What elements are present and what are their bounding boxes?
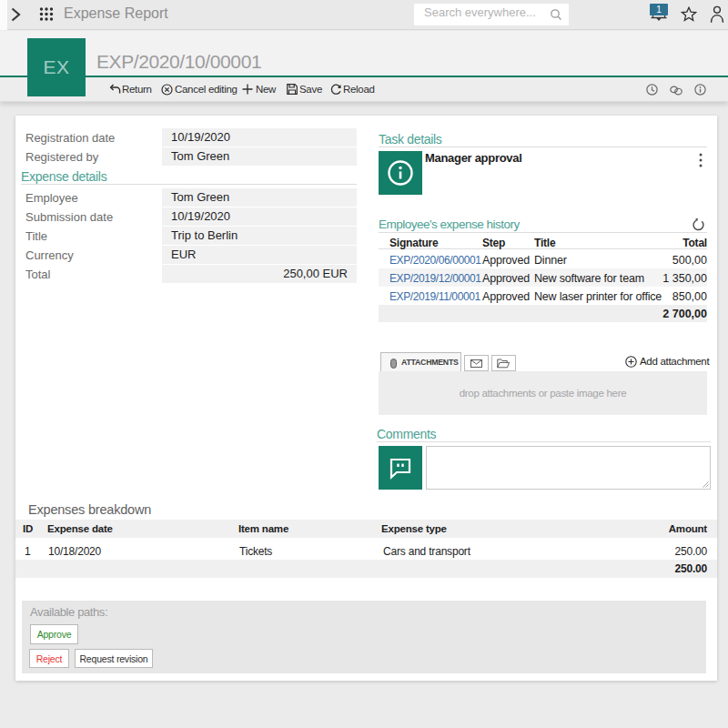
- svg-text:1: 1: [656, 5, 662, 15]
